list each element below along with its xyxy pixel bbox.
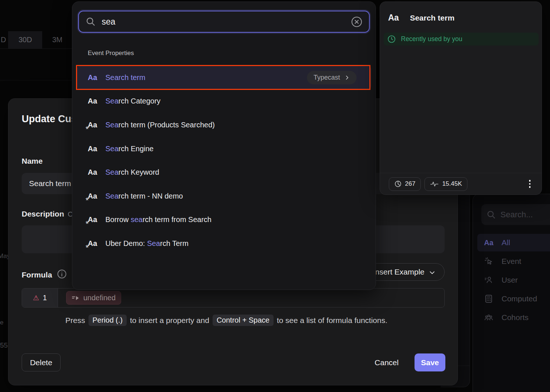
property-name: Borrow search term from Search bbox=[105, 215, 211, 224]
sidebar-item-computed[interactable]: Computed bbox=[477, 290, 550, 308]
sidebar-item-all[interactable]: Aa All bbox=[477, 234, 550, 251]
sidebar-item-cohorts[interactable]: Cohorts bbox=[477, 309, 550, 326]
property-list-item[interactable]: Aa * Search Keyword bbox=[77, 160, 371, 184]
text-type-icon: Aa * bbox=[88, 239, 100, 248]
property-search-input[interactable] bbox=[102, 17, 345, 27]
time-range-option[interactable]: 30D bbox=[8, 31, 42, 48]
property-name: Uber Demo: Search Term bbox=[105, 239, 188, 248]
formula-field: ⚠ 1 undefined bbox=[22, 288, 445, 308]
typecast-property-icon bbox=[72, 295, 80, 301]
info-icon[interactable] bbox=[57, 269, 67, 279]
property-name: Search Category bbox=[105, 97, 160, 105]
property-list-item[interactable]: Aa * Uber Demo: Search Term bbox=[77, 232, 371, 255]
text-type-icon: Aa bbox=[484, 239, 493, 247]
event-cursor-icon bbox=[484, 257, 493, 266]
sidebar-item-user[interactable]: User bbox=[477, 271, 550, 289]
delete-button[interactable]: Delete bbox=[22, 353, 61, 371]
app-screen: D30D3M May e 55 Aa All Event User Comput… bbox=[0, 0, 550, 392]
text-type-icon: Aa * bbox=[88, 192, 100, 200]
insert-example-button[interactable]: Insert Example bbox=[364, 263, 445, 281]
formula-label: Formula bbox=[22, 271, 52, 279]
property-list-item[interactable]: Aa * Search term (Products Searched) bbox=[77, 113, 371, 137]
undefined-property-chip[interactable]: undefined bbox=[66, 291, 121, 305]
time-range-option[interactable]: 3M bbox=[42, 31, 73, 48]
activity-icon bbox=[430, 181, 439, 187]
sidebar-search-input[interactable] bbox=[500, 210, 544, 219]
pie-chart-icon bbox=[394, 180, 402, 188]
cohorts-icon bbox=[484, 313, 493, 322]
property-name: Search term (Products Searched) bbox=[105, 121, 215, 129]
formula-editor[interactable]: undefined bbox=[58, 288, 444, 307]
property-list-item[interactable]: Aa * Search term Typecast bbox=[77, 66, 371, 90]
property-search-field[interactable] bbox=[78, 11, 370, 33]
property-name: Search Keyword bbox=[105, 168, 159, 177]
property-title: Search term bbox=[410, 14, 454, 22]
search-icon bbox=[486, 210, 496, 219]
text-type-icon: Aa * bbox=[88, 215, 100, 224]
warning-icon: ⚠ bbox=[33, 294, 39, 302]
property-list-item[interactable]: Aa * Borrow search term from Search bbox=[77, 208, 371, 232]
custom-property-star-icon: * bbox=[86, 124, 89, 134]
calculator-icon bbox=[484, 294, 493, 304]
formula-help-text: Press Period (.) to insert a property an… bbox=[65, 315, 387, 326]
property-name: Search Engine bbox=[105, 145, 153, 153]
property-stat-pill[interactable]: 267 bbox=[389, 177, 421, 191]
typecast-button[interactable]: Typecast bbox=[307, 71, 357, 84]
custom-property-star-icon: * bbox=[86, 219, 89, 229]
property-detail-footer: 267 15.45K bbox=[380, 173, 542, 195]
user-icon bbox=[484, 275, 493, 285]
text-type-icon: Aa * bbox=[88, 168, 100, 177]
text-type-icon: Aa * bbox=[88, 73, 100, 82]
cancel-button[interactable]: Cancel bbox=[370, 353, 403, 371]
more-options-button[interactable] bbox=[527, 178, 533, 190]
section-header: Event Properties bbox=[88, 50, 134, 57]
property-detail-panel: Aa Search term Recently used by you 267 … bbox=[380, 1, 542, 195]
text-type-icon: Aa * bbox=[88, 121, 100, 129]
property-name: Search term bbox=[105, 73, 145, 82]
name-label: Name bbox=[22, 157, 43, 166]
property-detail-header: Aa Search term bbox=[388, 13, 455, 23]
chart-axis-fragment: e bbox=[0, 319, 3, 326]
text-type-icon: Aa * bbox=[88, 97, 100, 105]
key-chip-control-space: Control + Space bbox=[213, 315, 274, 326]
text-type-icon: Aa bbox=[388, 13, 399, 23]
property-search-dropdown: Event Properties Aa * Search term Typeca… bbox=[72, 1, 376, 290]
custom-property-star-icon: * bbox=[86, 196, 89, 205]
property-name: Search term - NN demo bbox=[105, 192, 183, 200]
clear-search-button[interactable] bbox=[351, 16, 362, 28]
clock-icon bbox=[387, 35, 396, 43]
sidebar-search-field[interactable] bbox=[481, 204, 550, 225]
sidebar-item-event[interactable]: Event bbox=[477, 253, 550, 270]
property-list-item[interactable]: Aa * Search term - NN demo bbox=[77, 184, 371, 208]
text-type-icon: Aa * bbox=[88, 145, 100, 153]
key-chip-period: Period (.) bbox=[88, 315, 127, 326]
save-button[interactable]: Save bbox=[415, 353, 445, 371]
recently-used-badge: Recently used by you bbox=[384, 33, 539, 46]
chevron-right-icon bbox=[344, 75, 350, 80]
properties-sidebar: Aa All Event User Computed Cohorts bbox=[473, 194, 550, 392]
formula-error-badge: ⚠ 1 bbox=[22, 288, 58, 307]
chart-axis-fragment: 55 bbox=[0, 341, 8, 349]
custom-property-star-icon: * bbox=[86, 243, 89, 253]
search-icon bbox=[86, 17, 96, 27]
time-range-option[interactable]: D bbox=[0, 31, 8, 48]
property-list-item[interactable]: Aa * Search Engine bbox=[77, 137, 371, 161]
chevron-down-icon bbox=[429, 269, 435, 276]
property-list-item[interactable]: Aa * Search Category bbox=[77, 90, 371, 113]
property-stat-pill[interactable]: 15.45K bbox=[424, 177, 467, 191]
error-count: 1 bbox=[43, 294, 47, 302]
